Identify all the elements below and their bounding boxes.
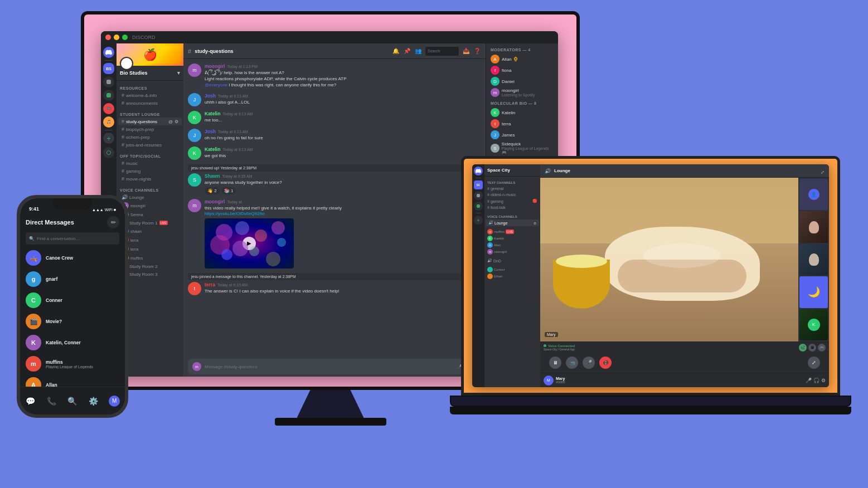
end-call-button[interactable]: 📵 [599, 357, 612, 369]
dm-item-muffins[interactable]: m muffins Playing League of Legends [20, 353, 125, 374]
dm-item-conner[interactable]: C Conner [20, 290, 125, 311]
channel-movie-nights[interactable]: # movie-nights [118, 175, 182, 183]
laptop-channel-food[interactable]: # food-talk [484, 204, 540, 211]
message-header: Katelin Today at 9:13 AM [205, 111, 481, 116]
member-avatar: D [491, 77, 500, 86]
channel-announcements[interactable]: # announcements [118, 99, 182, 107]
mic-icon[interactable]: 🎤 [806, 378, 812, 383]
server-2[interactable] [103, 76, 114, 87]
phone-search[interactable]: 🔍 Find a conversation... [26, 232, 119, 245]
pin-icon[interactable]: 📌 [403, 47, 411, 55]
voice-connected-info: Voice Connected Space City / General App [544, 344, 575, 351]
member-name: Sidequick [502, 141, 554, 147]
laptop-server-2[interactable] [474, 191, 483, 200]
laptop-server-space-city[interactable]: SC [474, 180, 483, 189]
laptop-discord-icon[interactable] [474, 167, 483, 175]
channel-jobs-resumes[interactable]: # jobs-and-resumes [118, 141, 182, 149]
laptop-server-3[interactable] [474, 202, 483, 211]
nav-search-icon[interactable]: 🔍 [66, 394, 79, 408]
nav-call-icon[interactable]: 📞 [45, 394, 58, 408]
message-timestamp: Today at 1:13 PM [227, 65, 257, 69]
channel-ochem-prep[interactable]: # ochem-prep [118, 133, 182, 141]
expand-icon[interactable]: ⤢ [821, 170, 825, 175]
chat-input[interactable]: m Message #study-questions 🎤 🎧 ⚙ [188, 359, 481, 374]
members-icon[interactable]: 👥 [414, 47, 422, 55]
bread-video: Mary [540, 178, 798, 341]
reaction-emoji-1[interactable]: 👋 2 [205, 187, 220, 194]
minimize-button[interactable] [114, 35, 119, 40]
channel-gaming[interactable]: # gaming [118, 167, 182, 175]
dm-item-allan[interactable]: A Allan [20, 374, 125, 387]
laptop-dnd-users: Connor Ethan [484, 264, 540, 282]
channel-name: gaming [126, 169, 140, 174]
message-timestamp: Today at 9:35 AM [222, 174, 252, 178]
laptop-add-server[interactable]: + [474, 216, 483, 225]
member-info: fiona [502, 68, 511, 73]
nav-profile-icon[interactable]: M [108, 394, 121, 408]
category-resources: RESOURCES [117, 81, 183, 91]
server-4[interactable]: 🎮 [103, 103, 114, 114]
laptop-channel-gaming[interactable]: # gaming 🔴 [484, 198, 540, 204]
channel-label: Lounge [494, 221, 507, 225]
settings-icon[interactable]: ⚙ [534, 221, 536, 225]
inbox-icon[interactable]: 📥 [462, 47, 470, 55]
server-bio-studies[interactable]: BS [103, 63, 114, 74]
message-avatar: J [188, 129, 201, 142]
channel-music[interactable]: # music [118, 159, 182, 167]
message-text: anyone wanna study together in voice? [205, 179, 481, 186]
maximize-button[interactable] [122, 35, 128, 40]
channel-welcome[interactable]: # welcome-&-info [118, 91, 182, 99]
channel-biopsych-prep[interactable]: # biopsych-prep [118, 125, 182, 133]
laptop-screen: SC + Space City TEXT CHANNELS [461, 156, 840, 396]
reaction-emoji-2[interactable]: 📚 1 [221, 187, 236, 194]
video-embed[interactable]: ▶ [205, 218, 294, 269]
microphone-control[interactable]: 🎤 [583, 357, 595, 369]
message-timestamp: Today at 9:13 AM [217, 283, 248, 287]
explore-servers[interactable] [103, 147, 114, 158]
discord-home-icon[interactable] [103, 47, 114, 58]
screen-share-button[interactable]: 🖥 [808, 344, 816, 352]
titlebar-label: DISCORD [132, 35, 156, 40]
laptop-voice-users: m muffins LIVE K Katelin A Alan [484, 226, 540, 257]
settings-icon[interactable]: ⚙ [174, 119, 178, 124]
laptop-voice-lounge[interactable]: 🔊 Lounge ⚙ [486, 219, 539, 226]
video-on-button[interactable]: 📹 [799, 344, 807, 352]
laptop-server-header[interactable]: Space City [484, 164, 540, 177]
activities-button[interactable]: 🎮 [818, 344, 826, 352]
channel-study-questions[interactable]: # study-questions @ ⚙ [118, 118, 182, 125]
dm-user-avatar: m [26, 356, 41, 372]
server-5[interactable]: 🎵 [103, 116, 114, 128]
new-dm-button[interactable]: ✏ [107, 216, 119, 228]
channel-name: movie-nights [126, 177, 151, 182]
laptop-channel-music[interactable]: # oldest-n-music [484, 192, 540, 198]
member-avatar: J [491, 130, 500, 139]
nav-settings-icon[interactable]: ⚙️ [87, 394, 100, 408]
screen-share-control[interactable]: 🖥 [549, 357, 561, 369]
headset-icon[interactable]: 🎧 [813, 378, 819, 383]
dm-item-canoe-crew[interactable]: 🛶 Canoe Crew [20, 247, 125, 269]
member-info: Katelin [502, 110, 515, 115]
chat-input-placeholder[interactable]: Message #study-questions [205, 364, 457, 369]
speaker-icon: 🔊 [545, 168, 551, 174]
dm-item-movie[interactable]: 🎬 Movie? [20, 311, 125, 332]
settings-icon[interactable]: ⚙ [821, 378, 826, 383]
search-bar[interactable]: Search [425, 47, 459, 56]
laptop-voice-dnd[interactable]: 🔊 DnD [484, 257, 540, 264]
voice-avatar: m [487, 229, 493, 235]
camera-control[interactable]: 📹 [566, 357, 578, 369]
laptop-channel-general[interactable]: # general [484, 186, 540, 192]
voice-username: muffins [130, 256, 143, 260]
nav-chat-icon[interactable]: 💬 [24, 394, 37, 408]
notification-bell-icon[interactable]: 🔔 [392, 47, 400, 55]
close-button[interactable] [105, 35, 111, 40]
voice-avatar [487, 274, 493, 279]
server-3[interactable] [103, 90, 114, 101]
expand-control[interactable]: ⤢ [808, 357, 820, 369]
message-link[interactable]: https://youtu.be/OlDv6eQ928o [205, 211, 481, 216]
add-server-button[interactable]: + [103, 133, 114, 144]
dm-item-gnarf[interactable]: g gnarf [20, 269, 125, 290]
help-icon[interactable]: ❓ [473, 47, 481, 55]
voice-grid: 👤 [798, 178, 829, 341]
dm-item-katelin-conner[interactable]: K Katelin, Conner [20, 332, 125, 353]
user-info: Mary #0000 [556, 377, 565, 384]
